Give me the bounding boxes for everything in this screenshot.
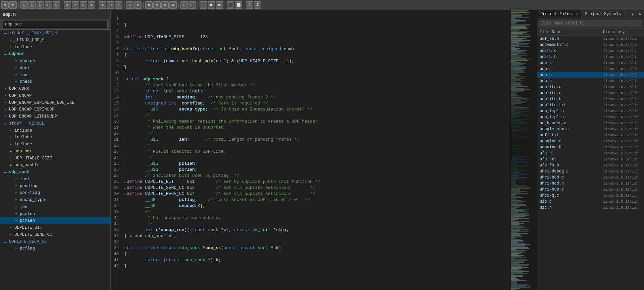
right-panel-close-button[interactable]: × [636, 11, 644, 17]
tree-item-include_types[interactable]: ▪include [0, 44, 110, 51]
line-code[interactable]: */ [124, 221, 510, 227]
tree-item-len2[interactable]: ➤len [0, 204, 110, 211]
toolbar-btn-6[interactable]: ◈ [64, 1, 71, 9]
tree-item-check[interactable]: ➤check [0, 78, 110, 85]
file-list-item[interactable]: uhci-hcd.clinux-2.6.32\lin [537, 174, 644, 180]
toolbar-btn-20[interactable]: ⊡ [189, 1, 196, 9]
file-list-item[interactable]: ufs.txtlinux-2.6.32\lin [537, 156, 644, 162]
tree-item-udp_encap[interactable]: ▪UDP_ENCAP [0, 92, 110, 99]
file-list-item[interactable]: uic.clinux-2.6.32\lin [537, 199, 644, 205]
tree-item-_linux_udp_h[interactable]: ▪_LINUX_UDP_H [0, 37, 110, 44]
toolbar-btn-19[interactable]: ⊞ [180, 1, 188, 9]
tab-project-files[interactable]: Project Files × [537, 10, 581, 18]
line-code[interactable]: /* [124, 113, 510, 119]
line-code[interactable]: static inline int udp_hashfn(struct net … [124, 46, 510, 52]
line-code[interactable]: __u8 pcflag; /* marks socket as UDP-Lite… [124, 197, 510, 203]
tree-item-corkflag[interactable]: ➤corkflag [0, 190, 110, 197]
line-code[interactable]: __u16 pcrlen; [124, 167, 510, 173]
file-search-input[interactable] [539, 20, 642, 27]
tree-item-pcslen[interactable]: ➤pcslen [0, 211, 110, 218]
line-code[interactable]: return (num + net_hash_mix(net)) & (UDP_… [124, 58, 510, 64]
line-code[interactable]: /* indicator bits used by pcflag: */ [124, 173, 510, 179]
line-code[interactable]: static inline struct udp_sock *udp_sk(co… [124, 245, 510, 251]
file-list-item[interactable]: ud_header.clinux-2.6.32\lin [537, 120, 644, 126]
file-list-item[interactable]: udp.hlinux-2.6.32\lin [537, 78, 644, 84]
line-code[interactable]: __u16 len; /* total length of pending fr… [124, 137, 510, 143]
tree-item-udplite_bit[interactable]: ▪UDPLITE_BIT [0, 224, 110, 231]
toolbar-btn-14[interactable]: ⚙ [134, 1, 142, 9]
tree-item-ifndef[interactable]: ▬ifndef _LINUX_UDP_H [0, 30, 110, 37]
file-list-item[interactable]: uhci-debug.clinux-2.6.32\lin [537, 168, 644, 174]
tree-item-encap_type[interactable]: ➤encap_type [0, 197, 110, 204]
toolbar-btn-9[interactable]: ◈ [88, 1, 95, 9]
toolbar-btn-1[interactable]: □ [20, 1, 28, 9]
tree-search-input[interactable] [3, 21, 108, 28]
code-container[interactable]: 12}34#define UDP_HTABLE_SIZE 12856static… [111, 10, 510, 290]
line-code[interactable]: */ [124, 131, 510, 137]
tree-item-include_inet[interactable]: ▪include [0, 127, 110, 134]
tree-item-pcrlen[interactable]: ➤pcrlen [0, 217, 110, 224]
toolbar-btn-21[interactable]: Ⅱ [200, 1, 207, 9]
tree-item-include_skbuff[interactable]: ▪include [0, 134, 110, 141]
line-code[interactable]: /* [124, 209, 510, 215]
tree-item-inet[interactable]: ➤inet [0, 176, 110, 183]
tree-item-pending[interactable]: ➤pending [0, 183, 110, 190]
file-list-item[interactable]: udlfb.clinux-2.6.32\lin [537, 48, 644, 54]
toolbar-btn-12[interactable]: ↕ [115, 1, 122, 9]
tree-item-source[interactable]: ➤source [0, 58, 110, 65]
file-list-item[interactable]: uic.hlinux-2.6.32\lin [537, 205, 644, 211]
toolbar-btn-18[interactable]: ◉ [169, 1, 177, 9]
tree-item-pcflag[interactable]: ➤pcflag [0, 245, 110, 252]
line-code[interactable]: int pending; /* Any pending frames ? */ [124, 94, 510, 100]
file-list-item[interactable]: udplite.txtlinux-2.6.32\lin [537, 102, 644, 108]
line-code[interactable]: /* inet_sock has to be the first member … [124, 82, 510, 88]
line-code[interactable]: * For encapsulation sockets. [124, 215, 510, 221]
tree-item-include_hash[interactable]: ▪include [0, 141, 110, 148]
tab-project-files-close[interactable]: × [576, 12, 578, 16]
file-list-item[interactable]: udplite.hlinux-2.6.32\lin [537, 96, 644, 102]
tree-item-len[interactable]: ➤len [0, 72, 110, 79]
file-list-item[interactable]: ufs_fs.hlinux-2.6.32\lin [537, 162, 644, 168]
line-code[interactable]: } [124, 263, 510, 269]
toolbar-btn-7[interactable]: ◇ [72, 1, 79, 9]
line-code[interactable]: { [124, 251, 510, 257]
file-list-item[interactable]: uefi.txtlinux-2.6.32\lin [537, 132, 644, 138]
file-list-item[interactable]: udp_impl.hlinux-2.6.32\lin [537, 114, 644, 120]
toolbar-btn-27[interactable]: Z [254, 1, 261, 9]
tree-item-udp_htable_size[interactable]: ▪UDP_HTABLE_SIZE [0, 155, 110, 162]
file-list-item[interactable]: uhci-hub.clinux-2.6.32\lin [537, 187, 644, 193]
file-list[interactable]: udf_sb.hlinux-2.6.32\linudivmodti4.clinu… [537, 36, 644, 290]
line-code[interactable]: } [124, 64, 510, 70]
file-list-item[interactable]: udf_sb.hlinux-2.6.32\lin [537, 36, 644, 42]
file-list-item[interactable]: udivmodti4.clinux-2.6.32\lin [537, 42, 644, 48]
file-list-item[interactable]: udp.clinux-2.6.32\lin [537, 60, 644, 66]
line-code[interactable]: */ [124, 155, 510, 161]
panel-dropdown-button[interactable]: ▾ [629, 11, 636, 18]
toolbar-btn-15[interactable]: ▦ [145, 1, 153, 9]
toolbar-btn-3[interactable]: □ [37, 1, 44, 9]
line-code[interactable]: } [124, 22, 510, 28]
tree-item-udp_encap_espinudp_non_ike[interactable]: ▪UDP_ENCAP_ESPINUDP_NON_IKE [0, 99, 110, 106]
tree-item-udphdr[interactable]: ▬udphdr [0, 51, 110, 58]
line-code[interactable]: * Following member retains the informati… [124, 119, 510, 125]
tree-item-udplite_recv_cc[interactable]: ▬UDPLITE_RECV_CC [0, 238, 110, 245]
toolbar-btn-26[interactable]: A [246, 1, 253, 9]
tab-project-symbols[interactable]: Project Symbols [581, 10, 625, 18]
file-tree[interactable]: ▬ifndef _LINUX_UDP_H▪_LINUX_UDP_H▪includ… [0, 30, 110, 290]
file-list-item[interactable]: uhci-hcd.hlinux-2.6.32\lin [537, 180, 644, 187]
back-button[interactable]: ◄ [1, 1, 9, 9]
file-list-item[interactable]: ueagle-atm.clinux-2.6.32\lin [537, 126, 644, 132]
file-list-item[interactable]: udlfb.hlinux-2.6.32\lin [537, 54, 644, 60]
line-code[interactable]: __u16 encap_type; /* Is this an Encapsul… [124, 106, 510, 113]
tree-item-udp_cork[interactable]: ▪UDP_CORK [0, 85, 110, 92]
line-code[interactable]: struct udp_sock { [124, 76, 510, 82]
tree-item-udp_hdr[interactable]: ◆udp_hdr [0, 148, 110, 155]
line-code[interactable]: int (*encap_rcv)(struct sock *sk, struct… [124, 227, 510, 233]
tree-item-udp_encap_espinudp[interactable]: ▪UDP_ENCAP_ESPINUDP [0, 106, 110, 113]
line-code[interactable]: return (struct udp_sock *)sk; [124, 257, 510, 263]
toolbar-btn-4[interactable]: ⊞ [45, 1, 52, 9]
line-code[interactable]: #define UDP_HTABLE_SIZE 128 [124, 34, 510, 40]
line-code[interactable]: struct inet_sock inet; [124, 88, 510, 94]
line-code[interactable]: #define UDPLITE_RECV_CC 0x4 /* set via u… [124, 191, 510, 197]
toolbar-btn-25[interactable]: ⬜ [235, 1, 242, 9]
